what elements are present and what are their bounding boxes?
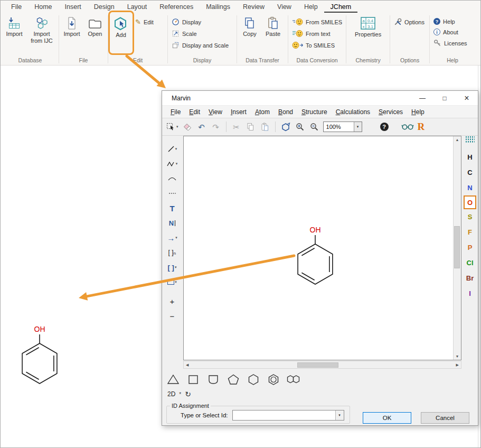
- naphthalene-template[interactable]: [286, 372, 301, 386]
- tab-mailings[interactable]: Mailings: [200, 2, 237, 13]
- clean-structure-button[interactable]: [280, 121, 291, 133]
- file-import-button[interactable]: Import: [61, 14, 83, 39]
- options-button[interactable]: Options: [392, 17, 427, 27]
- copy-button[interactable]: Copy: [239, 14, 261, 39]
- benzene-template[interactable]: [266, 372, 281, 386]
- menu-file[interactable]: File: [166, 107, 185, 117]
- dimension-mode-label[interactable]: 2D: [167, 390, 175, 398]
- scale-button[interactable]: Scale: [169, 29, 199, 39]
- tab-review[interactable]: Review: [237, 2, 271, 13]
- menu-edit[interactable]: Edit: [185, 107, 204, 117]
- to-smiles-button[interactable]: To SMILES: [290, 40, 337, 50]
- cyclopropane-template[interactable]: [165, 372, 181, 386]
- tab-jchem[interactable]: JChem: [324, 2, 358, 13]
- tab-help[interactable]: Help: [298, 2, 324, 13]
- cyclopentane-template[interactable]: [225, 372, 241, 386]
- phenol-structure-document[interactable]: OH: [13, 322, 66, 396]
- open-button[interactable]: Open: [84, 14, 106, 39]
- redo-button[interactable]: ↷: [211, 121, 221, 133]
- element-P[interactable]: P: [463, 240, 477, 255]
- close-button[interactable]: ×: [456, 91, 478, 105]
- scroll-down-icon[interactable]: ▼: [456, 353, 459, 360]
- single-bond-tool[interactable]: ▾: [164, 143, 180, 155]
- display-button[interactable]: Display: [169, 17, 203, 27]
- paste-button-marvin[interactable]: [260, 121, 270, 133]
- properties-button[interactable]: a0.4x3.1 Properties: [353, 14, 383, 39]
- marvin-title-bar[interactable]: Marvin — □ ×: [162, 91, 478, 106]
- increase-charge-button[interactable]: +: [164, 295, 180, 307]
- tab-file[interactable]: File: [5, 2, 28, 13]
- periodic-table-icon[interactable]: [465, 136, 475, 143]
- element-I[interactable]: I: [463, 286, 477, 301]
- menu-calculations[interactable]: Calculations: [332, 107, 374, 117]
- minimize-button[interactable]: —: [411, 91, 433, 105]
- from-text-button[interactable]: From text: [290, 29, 332, 39]
- cyclobutane-template[interactable]: [185, 372, 201, 386]
- horizontal-scroll-thumb[interactable]: [297, 362, 338, 368]
- marvin-help-button[interactable]: ?: [379, 121, 390, 133]
- element-Cl[interactable]: Cl: [463, 255, 477, 270]
- marvin-canvas[interactable]: OH ▲ ▼: [183, 136, 461, 360]
- undo-button[interactable]: ↶: [196, 121, 207, 133]
- add-button[interactable]: Add: [110, 14, 132, 40]
- cyclohexane-template[interactable]: [246, 372, 261, 386]
- zoom-level-combobox[interactable]: 100% ▾: [323, 122, 362, 132]
- copy-button-marvin[interactable]: [246, 121, 256, 133]
- canvas-horizontal-scrollbar[interactable]: ◀ ▶: [183, 361, 461, 369]
- import-from-ijc-button[interactable]: Import from IJC: [26, 14, 57, 45]
- chain-tool[interactable]: ▾: [164, 158, 180, 170]
- menu-help[interactable]: Help: [407, 107, 429, 117]
- zoom-out-button[interactable]: [309, 121, 319, 133]
- maximize-button[interactable]: □: [433, 91, 456, 105]
- menu-view[interactable]: View: [204, 107, 227, 117]
- repeating-group-tool[interactable]: [ ]ₙ: [164, 247, 180, 258]
- scroll-right-icon[interactable]: ▶: [454, 363, 461, 367]
- shape-tool[interactable]: ▾: [164, 276, 180, 288]
- eraser-tool[interactable]: [182, 121, 193, 133]
- chevron-down-icon[interactable]: ▾: [335, 410, 344, 420]
- paste-button[interactable]: Paste: [262, 14, 284, 39]
- element-O[interactable]: O: [464, 195, 476, 209]
- element-S[interactable]: S: [463, 209, 477, 225]
- menu-bond[interactable]: Bond: [274, 107, 297, 117]
- tab-insert[interactable]: Insert: [59, 2, 88, 13]
- reaction-arrow-tool[interactable]: → ▾: [164, 232, 180, 244]
- help-button[interactable]: ? Help: [431, 17, 457, 26]
- menu-atom[interactable]: Atom: [251, 107, 274, 117]
- scroll-left-icon[interactable]: ◀: [184, 363, 191, 367]
- scroll-up-icon[interactable]: ▲: [456, 136, 459, 143]
- tab-home[interactable]: Home: [28, 2, 58, 13]
- phenol-structure-canvas[interactable]: OH: [289, 223, 342, 297]
- decrease-charge-button[interactable]: −: [164, 310, 180, 322]
- dashed-bond-tool[interactable]: [164, 188, 180, 199]
- zoom-in-button[interactable]: [295, 121, 305, 133]
- cancel-button[interactable]: Cancel: [421, 412, 469, 424]
- menu-services[interactable]: Services: [374, 107, 407, 117]
- ok-button[interactable]: OK: [363, 412, 411, 424]
- element-C[interactable]: C: [463, 165, 477, 180]
- arc-tool[interactable]: [164, 173, 180, 184]
- licenses-button[interactable]: Licenses: [431, 38, 469, 48]
- menu-insert[interactable]: Insert: [227, 107, 251, 117]
- edit-button[interactable]: ✎ Edit: [133, 17, 156, 27]
- element-Br[interactable]: Br: [463, 270, 477, 286]
- element-N[interactable]: N: [463, 180, 477, 195]
- id-combobox[interactable]: ▾: [232, 410, 344, 421]
- element-H[interactable]: H: [463, 150, 477, 165]
- rotate-icon[interactable]: ↻: [185, 390, 191, 398]
- menu-structure[interactable]: Structure: [297, 107, 332, 117]
- tab-view[interactable]: View: [271, 2, 298, 13]
- vertical-scroll-thumb[interactable]: [454, 226, 460, 268]
- tab-references[interactable]: References: [153, 2, 200, 13]
- tab-design[interactable]: Design: [88, 2, 121, 13]
- bracket-tool[interactable]: [ ] ▾: [164, 262, 180, 273]
- text-tool[interactable]: T: [164, 202, 180, 214]
- element-F[interactable]: F: [463, 225, 477, 240]
- about-button[interactable]: i About: [431, 27, 460, 36]
- display-and-scale-button[interactable]: Display and Scale: [169, 40, 231, 50]
- tab-layout[interactable]: Layout: [121, 2, 154, 13]
- atom-label-tool[interactable]: N: [164, 217, 180, 229]
- chevron-down-icon[interactable]: ▾: [354, 122, 362, 132]
- from-smiles-button[interactable]: From SMILES: [290, 17, 344, 27]
- cyclopentane-round-template[interactable]: [205, 372, 221, 386]
